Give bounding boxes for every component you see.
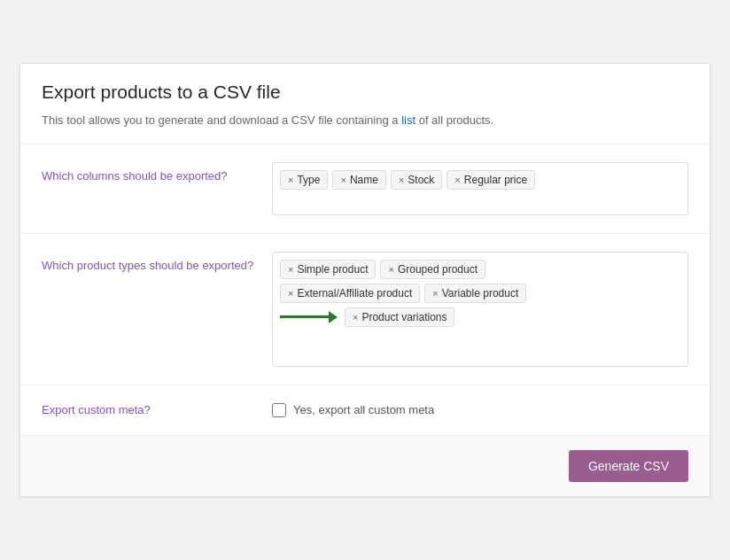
- page-title: Export products to a CSV file: [42, 82, 688, 103]
- card-header: Export products to a CSV file This tool …: [20, 64, 710, 144]
- description-link[interactable]: list: [401, 113, 415, 127]
- tag-simple-label: Simple product: [297, 263, 368, 276]
- product-types-label: Which product types should be exported?: [42, 252, 272, 275]
- columns-section: Which columns should be exported? × Type…: [20, 144, 710, 234]
- tag-name-label: Name: [350, 174, 378, 186]
- description-text-after: of all products.: [415, 113, 493, 127]
- card-body: Which columns should be exported? × Type…: [20, 144, 710, 435]
- product-types-box[interactable]: × Simple product × Grouped product × Ext…: [272, 252, 688, 367]
- tag-type-label: Type: [297, 174, 320, 186]
- custom-meta-field: Yes, export all custom meta: [272, 403, 688, 417]
- arrow-body: [280, 315, 329, 318]
- tag-variations-label: Product variations: [361, 311, 447, 323]
- columns-tags-box[interactable]: × Type × Name × Stock × Regular price: [272, 162, 688, 215]
- description-text-before: This tool allows you to generate and dow…: [42, 113, 401, 127]
- product-types-row2: × External/Affiliate product × Variable …: [280, 284, 680, 303]
- tag-variable[interactable]: × Variable product: [424, 284, 526, 303]
- tag-type[interactable]: × Type: [280, 170, 328, 190]
- tag-regular-price-remove[interactable]: ×: [454, 175, 460, 185]
- tag-variations[interactable]: × Product variations: [345, 307, 454, 327]
- tag-variations-remove[interactable]: ×: [353, 312, 358, 323]
- export-meta-checkbox[interactable]: [272, 403, 286, 417]
- tag-regular-price[interactable]: × Regular price: [447, 170, 535, 190]
- custom-meta-section: Export custom meta? Yes, export all cust…: [20, 385, 710, 435]
- card-footer: Generate CSV: [20, 435, 710, 496]
- tag-stock-remove[interactable]: ×: [399, 175, 404, 185]
- tag-stock[interactable]: × Stock: [391, 170, 442, 190]
- tag-type-remove[interactable]: ×: [288, 175, 293, 185]
- tag-name[interactable]: × Name: [332, 170, 385, 190]
- custom-meta-label: Export custom meta?: [42, 403, 272, 416]
- arrow-container: × Product variations: [280, 307, 454, 327]
- tag-variable-remove[interactable]: ×: [432, 288, 438, 299]
- tag-grouped[interactable]: × Grouped product: [380, 260, 485, 279]
- columns-label: Which columns should be exported?: [42, 162, 272, 185]
- tag-external[interactable]: × External/Affiliate product: [280, 284, 420, 303]
- export-meta-checkbox-label[interactable]: Yes, export all custom meta: [293, 403, 434, 416]
- tag-external-label: External/Affiliate product: [297, 287, 412, 299]
- product-types-row1: × Simple product × Grouped product: [280, 260, 680, 279]
- product-types-wrapper: × Simple product × Grouped product × Ext…: [272, 252, 688, 367]
- tag-simple[interactable]: × Simple product: [280, 260, 376, 279]
- tag-grouped-remove[interactable]: ×: [388, 264, 393, 275]
- columns-field: × Type × Name × Stock × Regular price: [272, 162, 688, 215]
- tag-variable-label: Variable product: [442, 287, 519, 299]
- arrow-point: [329, 311, 338, 323]
- generate-csv-button[interactable]: Generate CSV: [569, 450, 688, 482]
- page-description: This tool allows you to generate and dow…: [42, 112, 688, 129]
- green-arrow: [280, 311, 338, 323]
- tag-external-remove[interactable]: ×: [288, 288, 293, 299]
- tag-simple-remove[interactable]: ×: [288, 264, 293, 275]
- tag-regular-price-label: Regular price: [464, 174, 527, 186]
- export-card: Export products to a CSV file This tool …: [19, 63, 711, 497]
- tag-stock-label: Stock: [408, 174, 434, 186]
- product-types-row3: × Product variations: [280, 307, 680, 327]
- tag-grouped-label: Grouped product: [398, 263, 478, 276]
- tag-name-remove[interactable]: ×: [340, 175, 346, 185]
- product-types-section: Which product types should be exported? …: [20, 234, 710, 385]
